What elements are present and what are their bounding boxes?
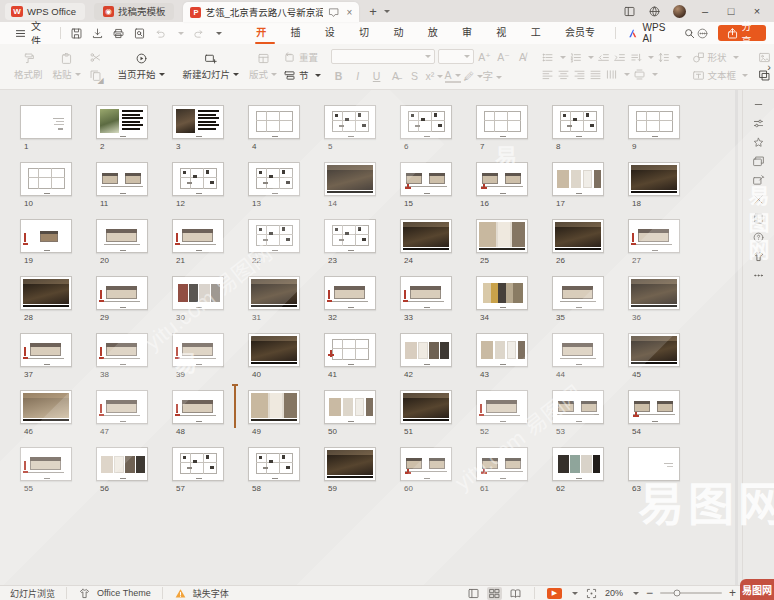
app-menu-button[interactable]: W WPS Office [5,3,85,20]
font-name-select[interactable] [331,49,435,64]
minimize-button[interactable]: – [698,5,712,17]
menu-tab-9[interactable]: 工具 [523,22,557,44]
slide-thumbnail-22[interactable] [248,219,300,253]
slide-thumbnail-38[interactable] [96,333,148,367]
slide-layout-button[interactable]: 版式 [245,46,281,86]
text-direction-button[interactable] [629,51,642,64]
globe-icon[interactable] [648,5,661,18]
slide-thumbnail-25[interactable] [476,219,528,253]
slide-thumbnail-30[interactable] [172,276,224,310]
picture-button[interactable]: 图片 [758,50,774,64]
arrange-button[interactable]: 排列 [758,68,774,82]
slide-thumbnail-57[interactable] [172,447,224,481]
slide-thumbnail-31[interactable] [248,276,300,310]
slide-thumbnail-54[interactable] [628,390,680,424]
export-button[interactable] [91,27,104,40]
slide-thumbnail-10[interactable] [20,162,72,196]
strikethrough-button[interactable]: A̶ [388,70,404,82]
slide-thumbnail-21[interactable] [172,219,224,253]
numbered-list-button[interactable] [569,51,582,64]
new-slide-button[interactable]: 新建幻灯片 [179,46,244,86]
normal-view-button[interactable] [467,587,480,600]
slide-thumbnail-9[interactable] [628,105,680,139]
sorter-view-button[interactable] [487,587,502,600]
slide-library-icon[interactable] [752,155,765,168]
zoom-chevron-icon[interactable] [633,592,639,595]
slide-thumbnail-32[interactable] [324,276,376,310]
slide-thumbnail-7[interactable] [476,105,528,139]
slide-thumbnail-19[interactable] [20,219,72,253]
shadow-button[interactable]: S [407,70,423,82]
superscript-button[interactable]: x² [426,70,442,82]
slide-thumbnail-15[interactable] [400,162,452,196]
slide-thumbnail-61[interactable] [476,447,528,481]
slide-thumbnail-48[interactable] [172,390,224,424]
reset-slide-button[interactable]: 重置 [283,50,321,64]
wps-ai-button[interactable]: WPS AI [627,22,675,44]
more-options-icon[interactable] [696,27,709,40]
menu-tab-10[interactable]: 会员专享 [557,22,610,44]
slide-thumbnail-2[interactable] [96,105,148,139]
scrollbar[interactable] [735,90,738,585]
slide-thumbnail-14[interactable] [324,162,376,196]
print-preview-button[interactable] [133,27,146,40]
slide-thumbnail-28[interactable] [20,276,72,310]
slide-thumbnail-58[interactable] [248,447,300,481]
slide-thumbnail-49[interactable] [248,390,300,424]
search-icon[interactable] [683,27,696,40]
notes-panel-icon[interactable] [752,212,765,225]
properties-panel-icon[interactable] [752,117,765,130]
play-options-chevron-icon[interactable] [572,592,578,595]
slide-thumbnail-46[interactable] [20,390,72,424]
design-tools-icon[interactable] [752,193,765,206]
slide-thumbnail-52[interactable] [476,390,528,424]
slide-thumbnail-20[interactable] [96,219,148,253]
clear-format-button[interactable]: A̸ [515,51,531,63]
slide-thumbnail-53[interactable] [552,390,604,424]
menu-tab-8[interactable]: 视图 [488,22,522,44]
slide-thumbnail-24[interactable] [400,219,452,253]
slide-thumbnail-1[interactable] [20,105,72,139]
slide-thumbnail-56[interactable] [96,447,148,481]
theme-label[interactable]: Office Theme [97,588,151,598]
text-effects-button[interactable]: 字 [483,68,499,83]
slide-thumbnail-51[interactable] [400,390,452,424]
comment-icon[interactable] [327,6,340,19]
slide-thumbnail-26[interactable] [552,219,604,253]
quick-access-chevron-icon[interactable] [216,32,222,35]
zoom-value[interactable]: 20% [605,588,623,598]
textbox-button[interactable]: 文本框 [692,68,749,82]
reading-view-button[interactable] [509,587,522,600]
save-button[interactable] [70,27,83,40]
increase-font-button[interactable]: A⁺ [477,51,493,63]
justify-button[interactable] [589,68,602,81]
shapes-button[interactable]: 形状 [692,50,749,64]
close-tab-icon[interactable]: × [346,7,352,18]
slide-thumbnail-45[interactable] [628,333,680,367]
slide-thumbnail-29[interactable] [96,276,148,310]
ribbon-expand-chevron-icon[interactable]: › [767,61,771,73]
slide-thumbnail-37[interactable] [20,333,72,367]
bullet-list-button[interactable] [541,51,554,64]
slide-thumbnail-4[interactable] [248,105,300,139]
favorites-icon[interactable] [752,136,765,149]
slide-thumbnail-39[interactable] [172,333,224,367]
bold-button[interactable]: B [331,70,347,82]
slide-thumbnail-5[interactable] [324,105,376,139]
distribute-text-button[interactable] [633,68,646,81]
slide-thumbnail-47[interactable] [96,390,148,424]
paste-button[interactable]: 粘贴 [49,46,85,86]
slide-thumbnail-17[interactable] [552,162,604,196]
slide-thumbnail-36[interactable] [628,276,680,310]
slide-thumbnail-8[interactable] [552,105,604,139]
italic-button[interactable]: I [350,70,366,82]
more-tools-icon[interactable] [752,269,765,282]
align-left-button[interactable] [541,68,554,81]
slide-thumbnail-42[interactable] [400,333,452,367]
slide-thumbnail-23[interactable] [324,219,376,253]
slide-thumbnail-44[interactable] [552,333,604,367]
slide-thumbnail-11[interactable] [96,162,148,196]
columns-button[interactable] [605,68,618,81]
slide-thumbnail-50[interactable] [324,390,376,424]
tab-list-chevron-icon[interactable] [384,10,390,13]
